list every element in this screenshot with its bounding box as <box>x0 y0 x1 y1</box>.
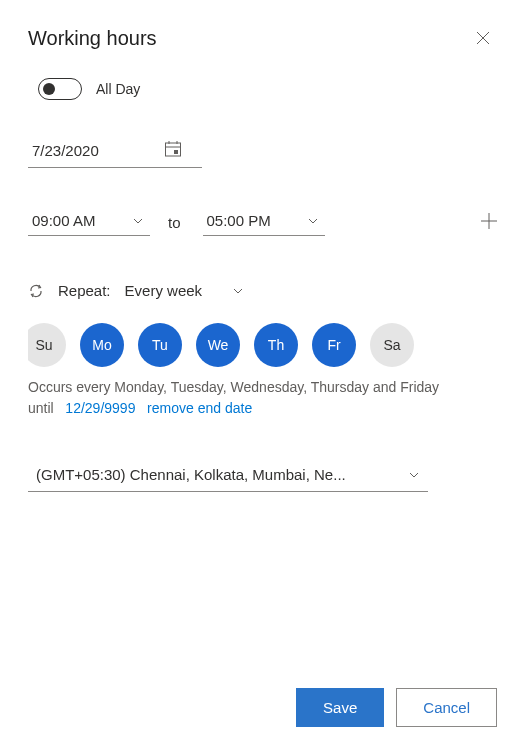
until-date-link[interactable]: 12/29/9999 <box>65 400 135 416</box>
all-day-row: All Day <box>28 78 519 100</box>
dialog-header: Working hours <box>28 24 525 52</box>
chevron-down-icon <box>307 215 319 227</box>
time-to-label: to <box>168 214 181 231</box>
dialog-title: Working hours <box>28 27 157 50</box>
save-button[interactable]: Save <box>296 688 384 727</box>
day-chip-mo[interactable]: Mo <box>80 323 124 367</box>
calendar-icon[interactable] <box>164 140 182 161</box>
day-chip-sa[interactable]: Sa <box>370 323 414 367</box>
close-button[interactable] <box>469 24 497 52</box>
all-day-label: All Day <box>96 81 140 97</box>
date-input[interactable] <box>32 142 120 159</box>
day-chip-su[interactable]: Su <box>28 323 66 367</box>
end-time-value: 05:00 PM <box>207 212 271 229</box>
dialog-body: All Day 09:00 AM <box>28 78 525 672</box>
day-chip-fr[interactable]: Fr <box>312 323 356 367</box>
until-row: until 12/29/9999 remove end date <box>28 400 519 416</box>
end-time-select[interactable]: 05:00 PM <box>203 208 325 236</box>
day-chip-th[interactable]: Th <box>254 323 298 367</box>
day-chip-tu[interactable]: Tu <box>138 323 182 367</box>
time-row: 09:00 AM to 05:00 PM <box>28 208 519 236</box>
repeat-value: Every week <box>125 282 203 299</box>
repeat-icon <box>28 283 44 299</box>
chevron-down-icon <box>132 215 144 227</box>
svg-rect-0 <box>166 143 181 156</box>
remove-end-date-link[interactable]: remove end date <box>147 400 252 416</box>
timezone-select[interactable]: (GMT+05:30) Chennai, Kolkata, Mumbai, Ne… <box>28 462 428 492</box>
repeat-label: Repeat: <box>58 282 111 299</box>
chevron-down-icon <box>408 469 420 481</box>
add-time-button[interactable] <box>479 211 499 234</box>
timezone-value: (GMT+05:30) Chennai, Kolkata, Mumbai, Ne… <box>36 466 346 483</box>
repeat-row: Repeat: Every week <box>28 280 519 301</box>
occurs-text: Occurs every Monday, Tuesday, Wednesday,… <box>28 377 519 398</box>
date-row <box>28 140 519 168</box>
date-field[interactable] <box>28 140 202 168</box>
chevron-down-icon <box>232 285 244 297</box>
all-day-toggle[interactable] <box>38 78 82 100</box>
svg-rect-4 <box>174 150 178 154</box>
plus-icon <box>479 211 499 231</box>
day-chips: Su Mo Tu We Th Fr Sa <box>28 323 519 367</box>
repeat-select[interactable]: Every week <box>125 280 245 301</box>
working-hours-dialog: Working hours All Day <box>0 0 525 751</box>
start-time-select[interactable]: 09:00 AM <box>28 208 150 236</box>
close-icon <box>476 31 490 45</box>
day-chip-we[interactable]: We <box>196 323 240 367</box>
dialog-footer: Save Cancel <box>28 672 525 751</box>
until-label: until <box>28 400 54 416</box>
start-time-value: 09:00 AM <box>32 212 95 229</box>
toggle-knob <box>43 83 55 95</box>
cancel-button[interactable]: Cancel <box>396 688 497 727</box>
